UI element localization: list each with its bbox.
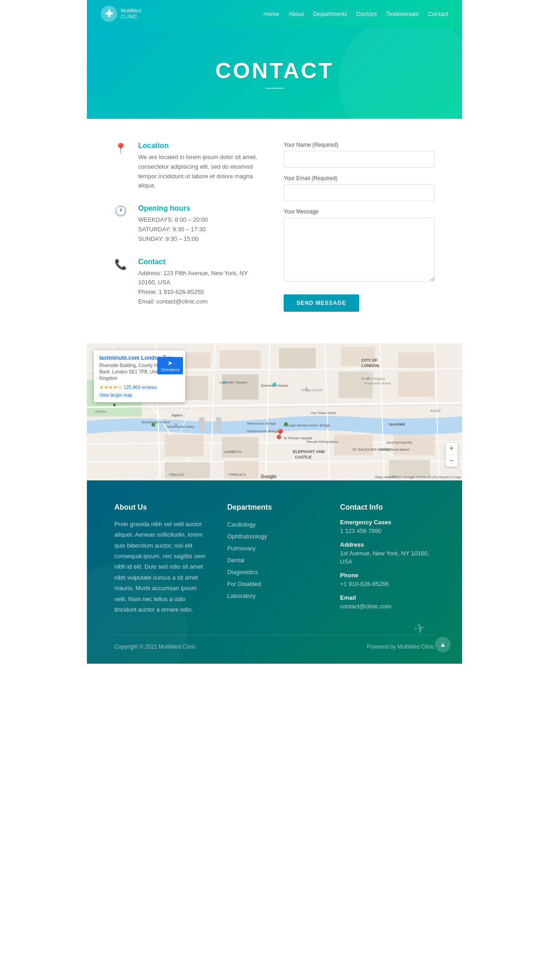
svg-text:CASTLE: CASTLE <box>295 455 312 459</box>
directions-icon: ➤ <box>167 359 173 367</box>
svg-text:Temporarily closed: Temporarily closed <box>364 382 390 385</box>
svg-text:A4204: A4204 <box>95 410 106 414</box>
contact-content: Contact Address: 123 Fifth Avenue, New Y… <box>138 258 265 307</box>
email-field-group: Your Email (Required) <box>284 175 435 201</box>
message-textarea[interactable] <box>284 218 435 282</box>
footer-departments-title: Departments <box>227 503 322 511</box>
nav-doctors[interactable]: Doctors <box>356 11 377 17</box>
name-input[interactable] <box>284 151 435 168</box>
footer-phone: Phone +1 910-626-85266 <box>340 572 435 588</box>
svg-rect-29 <box>393 435 435 455</box>
contact-block: 📞 Contact Address: 123 Fifth Avenue, New… <box>114 258 265 307</box>
hours-saturday: SATURDAY: 9:30 – 17:30 <box>138 225 208 234</box>
hours-content: Opening hours WEEKDAYS: 8:00 – 20:00 SAT… <box>138 204 208 244</box>
footer-grid: About Us Proin gravida nibh vel velit au… <box>114 503 435 617</box>
nav-contact[interactable]: Contact <box>428 11 448 17</box>
svg-rect-18 <box>220 350 261 368</box>
drone-icon: ✈ <box>413 619 427 637</box>
stars-icon: ★★★★½ <box>99 384 122 390</box>
svg-point-68 <box>175 423 178 426</box>
contact-section: 📍 Location We are located in lorem ipsum… <box>87 119 462 343</box>
svg-rect-22 <box>222 374 258 399</box>
map-section: MAYFAIR Hyde Park SOHO CITY OF LONDON SH… <box>87 343 462 480</box>
footer-dept-diagnostics[interactable]: Diagnostics <box>227 566 322 578</box>
svg-rect-24 <box>398 352 435 368</box>
hours-sunday: SUNDAY: 9:30 – 15:00 <box>138 234 208 244</box>
map-info-card: lastminute.com London Eye Riverside Buil… <box>94 350 185 402</box>
svg-text:Millennium Bridge: Millennium Bridge <box>247 421 276 426</box>
directions-label: Directions <box>161 368 179 372</box>
svg-text:PIMLICO: PIMLICO <box>169 473 184 477</box>
footer-dept-ophthalmology[interactable]: Ophthalmology <box>227 531 322 543</box>
footer-address: Address 1st Avenue, New York, NY 10160, … <box>340 541 435 565</box>
navbar: ✚ MultiMed CLINIC Home About Departments… <box>87 0 462 27</box>
svg-text:CITY OF: CITY OF <box>361 358 378 362</box>
svg-rect-27 <box>222 437 258 458</box>
footer-emergency-phone: 1 123 456 7890 <box>340 527 381 534</box>
contact-address: Address: 123 Fifth Avenue, New York, NY … <box>138 269 265 288</box>
svg-rect-19 <box>279 348 316 368</box>
svg-text:LONDON: LONDON <box>361 363 379 368</box>
svg-text:ELEPHANT AND: ELEPHANT AND <box>293 449 325 454</box>
svg-rect-25 <box>398 372 435 397</box>
send-button[interactable]: SEND MESSAGE <box>284 294 359 312</box>
location-icon: 📍 <box>114 143 131 159</box>
view-larger-map-link[interactable]: View larger map <box>99 393 132 398</box>
location-title: Location <box>138 142 265 150</box>
email-label: Your Email (Required) <box>284 175 435 181</box>
footer-email: Email contact@clinic.com <box>340 594 435 610</box>
svg-text:Oxo Tower Wharf: Oxo Tower Wharf <box>311 411 336 415</box>
footer-dept-disabled[interactable]: For Disabled <box>227 578 322 590</box>
svg-text:Buckingham Palace: Buckingham Palace <box>142 421 170 424</box>
svg-point-66 <box>151 423 155 426</box>
location-block: 📍 Location We are located in lorem ipsum… <box>114 142 265 191</box>
footer-emergency-label: Emergency Cases <box>340 519 435 526</box>
powered-by: Powered by MultiMed Clinic <box>367 644 435 650</box>
nav-testimonials[interactable]: Testimonials <box>386 11 419 17</box>
footer-email-label: Email <box>340 594 435 601</box>
footer-contact-title: Contact Info <box>340 503 435 511</box>
footer-dept-cardiology[interactable]: Cardiology <box>227 519 322 531</box>
zoom-out-button[interactable]: − <box>446 455 458 467</box>
footer-dept-pulmonary[interactable]: Pulmonary <box>227 543 322 554</box>
logo-icon: ✚ <box>101 5 117 22</box>
nav-departments[interactable]: Departments <box>313 11 347 17</box>
svg-point-65 <box>367 377 370 380</box>
logo[interactable]: ✚ MultiMed CLINIC <box>101 5 141 22</box>
footer-about-text: Proin gravida nibh vel velit auctor aliq… <box>114 519 209 615</box>
location-description: We are located in lorem ipsum dolor sit … <box>138 153 265 191</box>
hero-divider <box>265 88 284 89</box>
footer-email-value: contact@clinic.com <box>340 603 391 610</box>
footer-address-label: Address <box>340 541 435 548</box>
svg-text:SHADWE: SHADWE <box>389 422 405 426</box>
footer-contact-info: Contact Info Emergency Cases 1 123 456 7… <box>340 503 435 617</box>
zoom-in-button[interactable]: + <box>446 443 458 455</box>
footer-dept-dental[interactable]: Dental <box>227 554 322 566</box>
footer-about-title: About Us <box>114 503 209 511</box>
nav-links: Home About Departments Doctors Testimoni… <box>264 11 448 17</box>
contact-info: 📍 Location We are located in lorem ipsum… <box>114 142 265 320</box>
nav-about[interactable]: About <box>288 11 304 17</box>
map-card-rating: ★★★★½ 125,969 reviews <box>99 384 180 390</box>
svg-text:Maltby Street Market: Maltby Street Market <box>380 448 409 452</box>
contact-phone: Phone: 1 910-626-85255 <box>138 288 265 297</box>
footer-phone-value: +1 910-626-85266 <box>340 581 389 587</box>
nav-home[interactable]: Home <box>264 11 280 17</box>
svg-point-63 <box>223 381 226 383</box>
map-zoom-controls: + − <box>446 443 458 467</box>
svg-rect-79 <box>216 417 221 431</box>
svg-text:Map data ©2021 Google  Terms o: Map data ©2021 Google Terms of Use Repor… <box>375 475 462 479</box>
svg-text:St Thomas' Hospital: St Thomas' Hospital <box>284 437 312 440</box>
directions-button[interactable]: ➤ Directions <box>157 357 183 374</box>
svg-point-64 <box>305 388 308 390</box>
message-label: Your Message <box>284 208 435 215</box>
svg-text:Bank of England: Bank of England <box>361 377 385 381</box>
footer-dept-laboratory[interactable]: Laboratory <box>227 590 322 602</box>
email-input[interactable] <box>284 184 435 201</box>
clock-icon: 🕐 <box>114 205 131 222</box>
scroll-to-top-button[interactable]: ▲ <box>435 637 451 652</box>
footer-address-value: 1st Avenue, New York, NY 10160, USA <box>340 550 429 565</box>
message-field-group: Your Message <box>284 208 435 283</box>
svg-text:📍: 📍 <box>274 428 286 439</box>
svg-rect-28 <box>334 435 373 455</box>
